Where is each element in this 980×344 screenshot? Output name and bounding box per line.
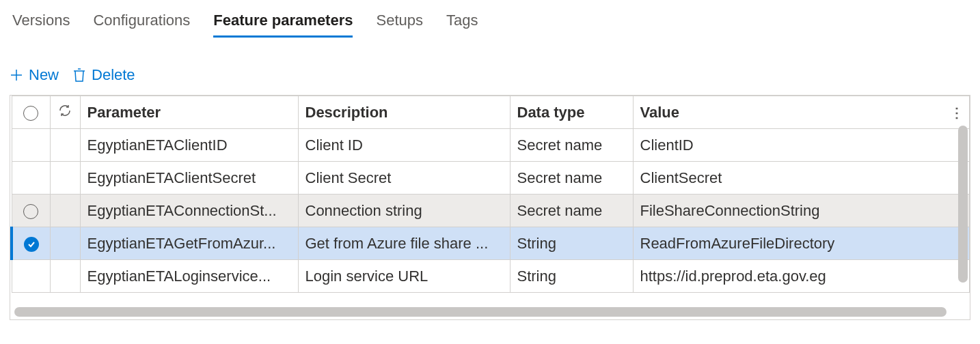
parameters-grid: Parameter Description Data type Value ⋮ … <box>10 95 970 320</box>
row-refresh[interactable] <box>50 162 80 195</box>
plus-icon <box>10 68 23 82</box>
cell-value[interactable]: https://id.preprod.eta.gov.eg <box>633 260 970 293</box>
cell-parameter[interactable]: EgyptianETAClientID <box>80 129 298 162</box>
tab-feature-parameters[interactable]: Feature parameters <box>213 11 353 38</box>
refresh-column[interactable] <box>50 96 80 129</box>
cell-data-type[interactable]: Secret name <box>510 129 633 162</box>
row-refresh[interactable] <box>50 260 80 293</box>
horizontal-scrollbar[interactable] <box>14 307 966 317</box>
cell-data-type[interactable]: String <box>510 227 633 260</box>
table-row[interactable]: EgyptianETAGetFromAzur... Get from Azure… <box>12 227 970 260</box>
cell-description[interactable]: Connection string <box>298 195 510 227</box>
cell-description[interactable]: Login service URL <box>298 260 510 293</box>
table-row[interactable]: EgyptianETAClientSecret Client Secret Se… <box>12 162 970 195</box>
col-parameter[interactable]: Parameter <box>80 96 298 129</box>
tab-tags[interactable]: Tags <box>446 11 478 38</box>
col-data-type[interactable]: Data type <box>510 96 633 129</box>
col-value-label: Value <box>640 104 679 121</box>
toolbar: New Delete <box>10 66 970 84</box>
table-row[interactable]: EgyptianETAConnectionSt... Connection st… <box>12 195 970 227</box>
cell-parameter[interactable]: EgyptianETAGetFromAzur... <box>80 227 298 260</box>
check-icon <box>24 237 39 252</box>
tab-configurations[interactable]: Configurations <box>93 11 190 38</box>
cell-parameter[interactable]: EgyptianETALoginservice... <box>80 260 298 293</box>
row-select[interactable] <box>12 227 50 260</box>
col-description[interactable]: Description <box>298 96 510 129</box>
select-circle-icon <box>23 106 38 121</box>
row-refresh[interactable] <box>50 227 80 260</box>
cell-description[interactable]: Get from Azure file share ... <box>298 227 510 260</box>
tab-bar: Versions Configurations Feature paramete… <box>10 11 970 38</box>
row-select[interactable] <box>12 195 50 227</box>
cell-data-type[interactable]: String <box>510 260 633 293</box>
cell-value[interactable]: ReadFromAzureFileDirectory <box>633 227 970 260</box>
row-refresh[interactable] <box>50 195 80 227</box>
more-icon[interactable]: ⋮ <box>950 104 962 121</box>
trash-icon <box>72 68 86 83</box>
delete-button-label: Delete <box>92 66 135 84</box>
new-button-label: New <box>29 66 59 84</box>
select-all[interactable] <box>12 96 50 129</box>
horizontal-scroll-thumb[interactable] <box>14 307 947 317</box>
cell-description[interactable]: Client ID <box>298 129 510 162</box>
table-row[interactable]: EgyptianETAClientID Client ID Secret nam… <box>12 129 970 162</box>
row-select[interactable] <box>12 129 50 162</box>
cell-value[interactable]: ClientSecret <box>633 162 970 195</box>
row-select[interactable] <box>12 260 50 293</box>
vertical-scrollbar[interactable] <box>958 126 968 296</box>
cell-description[interactable]: Client Secret <box>298 162 510 195</box>
col-value[interactable]: Value ⋮ <box>633 96 970 129</box>
refresh-icon <box>58 104 72 117</box>
tab-setups[interactable]: Setups <box>376 11 423 38</box>
table-row[interactable]: EgyptianETALoginservice... Login service… <box>12 260 970 293</box>
cell-data-type[interactable]: Secret name <box>510 162 633 195</box>
cell-data-type[interactable]: Secret name <box>510 195 633 227</box>
tab-versions[interactable]: Versions <box>12 11 70 38</box>
cell-value[interactable]: ClientID <box>633 129 970 162</box>
cell-value[interactable]: FileShareConnectionString <box>633 195 970 227</box>
new-button[interactable]: New <box>10 66 59 84</box>
header-row: Parameter Description Data type Value ⋮ <box>12 96 970 129</box>
delete-button[interactable]: Delete <box>72 66 135 84</box>
select-circle-icon <box>23 204 38 219</box>
cell-parameter[interactable]: EgyptianETAClientSecret <box>80 162 298 195</box>
row-refresh[interactable] <box>50 129 80 162</box>
row-select[interactable] <box>12 162 50 195</box>
cell-parameter[interactable]: EgyptianETAConnectionSt... <box>80 195 298 227</box>
vertical-scroll-thumb[interactable] <box>958 126 968 283</box>
